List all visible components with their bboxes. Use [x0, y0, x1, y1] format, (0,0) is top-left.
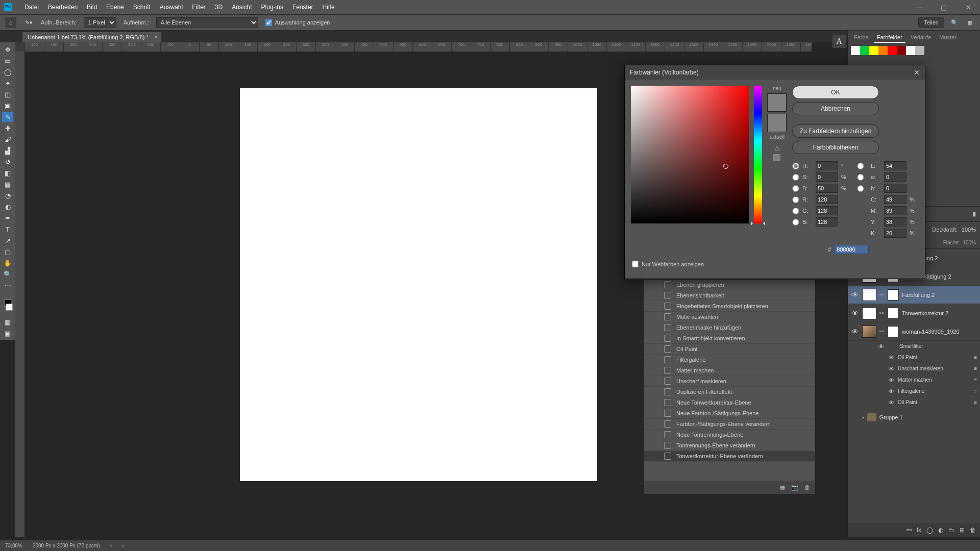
history-step[interactable]: Neue Tonwertkorrektur-Ebene — [644, 397, 815, 408]
menu-schrift[interactable]: Schrift — [133, 4, 151, 11]
background-color-swatch[interactable] — [6, 304, 13, 311]
cancel-button[interactable]: Abbrechen — [792, 102, 879, 115]
filter-settings-icon[interactable]: ≡ — [974, 388, 977, 394]
blab-radio[interactable] — [853, 185, 868, 192]
b-radio[interactable] — [792, 219, 799, 226]
ok-button[interactable]: OK — [792, 86, 879, 99]
fill-value[interactable]: 100% — [963, 240, 976, 245]
warning-icon[interactable]: ⚠ — [774, 145, 780, 152]
sample-size-select[interactable]: 1 Pixel — [84, 17, 116, 28]
share-button[interactable]: Teilen — [918, 17, 944, 28]
bv-radio[interactable] — [792, 185, 799, 192]
history-list[interactable]: Ebenen gruppierenEbenensichtbarkeitEinge… — [644, 280, 815, 462]
visibility-icon[interactable]: 👁 — [851, 309, 859, 317]
web-colors-only-input[interactable] — [632, 261, 639, 267]
visibility-icon[interactable]: 👁 — [889, 399, 894, 406]
swatch[interactable] — [897, 46, 906, 55]
menu-ansicht[interactable]: Ansicht — [232, 4, 252, 11]
visibility-icon[interactable]: 👁 — [889, 355, 894, 361]
s-radio[interactable] — [792, 174, 799, 181]
document-tab[interactable]: Unbenannt-1 bei 73,1% (Farbfüllung 2, RG… — [22, 32, 161, 42]
hue-slider-handle-icon[interactable] — [751, 221, 765, 226]
dialog-close-icon[interactable]: ✕ — [914, 68, 920, 77]
a-radio[interactable] — [853, 174, 868, 181]
zoom-tool-icon[interactable]: 🔍 — [2, 269, 13, 279]
pen-tool-icon[interactable]: ✒ — [2, 213, 13, 223]
history-step[interactable]: Filtergalerie — [644, 355, 815, 365]
filter-settings-icon[interactable]: ≡ — [974, 366, 977, 371]
close-tab-icon[interactable]: × — [154, 34, 158, 41]
menu-hilfe[interactable]: Hilfe — [323, 4, 335, 11]
gradient-tool-icon[interactable]: ▤ — [2, 179, 13, 189]
menu-plugins[interactable]: Plug-ins — [261, 4, 283, 11]
layer-fx-icon[interactable]: fx — [917, 527, 921, 534]
frame-tool-icon[interactable]: ▣ — [2, 101, 13, 111]
crop-tool-icon[interactable]: ◫ — [2, 89, 13, 99]
filter-toggle-icon[interactable]: ▮ — [973, 211, 976, 217]
layer-thumb[interactable] — [862, 307, 876, 319]
status-dimensions[interactable]: 2000 Px x 2000 Px (72 ppcm) — [33, 543, 100, 548]
tab-verlaeufe[interactable]: Verläufe — [908, 33, 934, 43]
layer-mask-thumb[interactable] — [888, 289, 899, 300]
menu-bild[interactable]: Bild — [87, 4, 97, 11]
shape-tool-icon[interactable]: ▢ — [2, 246, 13, 257]
history-step[interactable]: Unscharf maskieren — [644, 376, 815, 387]
status-zoom[interactable]: 73,08% — [5, 543, 22, 548]
tab-muster[interactable]: Muster — [936, 33, 960, 43]
layer-name[interactable]: woman-1439909_1920 — [902, 329, 977, 335]
color-libraries-button[interactable]: Farbbibliotheken — [792, 141, 879, 154]
history-step[interactable]: Eingebettetes Smartobjekt platzieren — [644, 301, 815, 312]
l-input[interactable] — [884, 161, 906, 170]
visibility-icon[interactable]: 👁 — [889, 388, 894, 394]
history-step[interactable]: Duplizieren Filtereffekt — [644, 387, 815, 397]
swatch[interactable] — [869, 46, 878, 55]
window-close-icon[interactable]: ✕ — [957, 0, 980, 14]
add-to-swatches-button[interactable]: Zu Farbfeldern hinzufügen — [792, 124, 879, 138]
swatch[interactable] — [878, 46, 888, 55]
h-radio[interactable] — [792, 163, 799, 169]
eyedropper-tool-icon[interactable]: ✎▾ — [23, 17, 34, 28]
add-mask-icon[interactable]: ◯ — [926, 527, 933, 534]
h-input[interactable] — [816, 161, 838, 170]
window-maximize-icon[interactable]: ▢ — [932, 0, 955, 14]
search-icon[interactable]: 🔍 — [949, 17, 960, 28]
layer-name[interactable]: Farbfüllung 2 — [902, 292, 977, 298]
layer-thumb[interactable] — [862, 325, 876, 338]
filter-mask-thumb[interactable] — [888, 342, 896, 350]
menu-auswahl[interactable]: Auswahl — [160, 4, 183, 11]
g-radio[interactable] — [792, 208, 799, 214]
swatch-row[interactable] — [848, 43, 980, 58]
history-step[interactable]: Ebenen gruppieren — [644, 280, 815, 290]
history-step[interactable]: Tontrennungs-Ebene verändern — [644, 440, 815, 451]
smartfilter-item[interactable]: 👁Unscharf maskieren≡ — [848, 363, 980, 374]
smartfilter-item[interactable]: 👁Oil Paint≡ — [848, 352, 980, 363]
history-step[interactable]: Ebenenmaske hinzufügen — [644, 322, 815, 333]
opacity-value[interactable]: 100% — [962, 227, 976, 233]
visibility-icon[interactable]: 👁 — [851, 328, 859, 336]
layer-row[interactable]: 👁⚯Farbfüllung 2 — [848, 286, 980, 304]
link-layers-icon[interactable]: ⚯ — [906, 527, 912, 534]
r-radio[interactable] — [792, 196, 799, 203]
tab-farbe[interactable]: Farbe — [851, 33, 872, 43]
menu-datei[interactable]: Datei — [24, 4, 39, 11]
dialog-titlebar[interactable]: Farbwähler (Volltonfarbe) ✕ — [625, 65, 925, 80]
smartfilter-item[interactable]: 👁Filtergalerie≡ — [848, 386, 980, 397]
g-input[interactable] — [816, 206, 838, 215]
layer-row[interactable]: 👁⚯woman-1439909_1920 — [848, 322, 980, 341]
character-panel-icon[interactable]: A — [832, 35, 846, 48]
hex-input[interactable] — [834, 245, 869, 254]
web-colors-only-checkbox[interactable]: Nur Webfarben anzeigen — [632, 261, 704, 267]
type-tool-icon[interactable]: T — [2, 224, 13, 234]
ruler-vertical[interactable] — [15, 52, 24, 537]
current-color-swatch[interactable] — [767, 114, 787, 132]
k-input[interactable] — [884, 229, 906, 238]
history-step[interactable]: In Smartobjekt konvertieren — [644, 333, 815, 344]
camera-icon[interactable]: 📷 — [791, 484, 798, 491]
history-step[interactable]: Oil Paint — [644, 344, 815, 355]
new-layer-icon[interactable]: ⊞ — [960, 527, 965, 534]
visibility-icon[interactable]: 👁 — [889, 377, 894, 383]
window-minimize-icon[interactable]: — — [908, 0, 931, 14]
status-chevron-left-icon[interactable]: ‹ — [110, 543, 112, 548]
lasso-tool-icon[interactable]: ◯ — [2, 67, 13, 77]
more-tools-icon[interactable]: ⋯ — [2, 280, 13, 290]
